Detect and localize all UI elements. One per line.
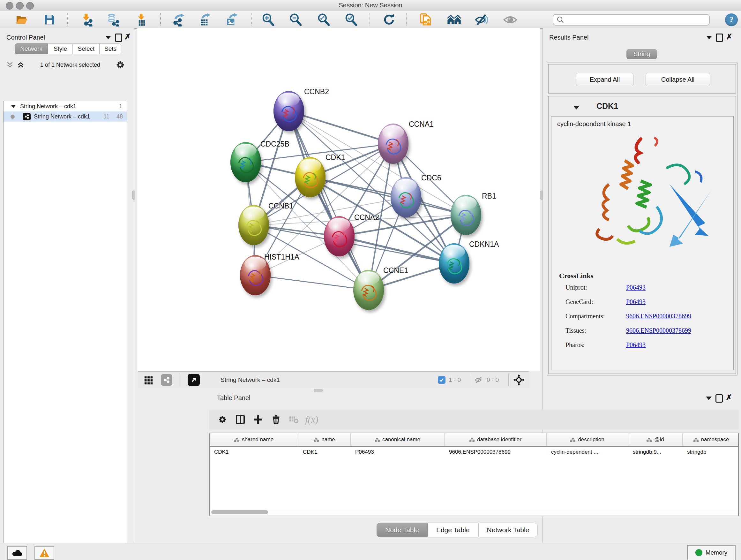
node-RB1[interactable]	[451, 195, 481, 235]
control-panel-float-icon[interactable]	[115, 34, 122, 42]
delete-table-button[interactable]	[285, 411, 303, 428]
left-splitter-handle[interactable]	[132, 191, 135, 199]
cloud-button[interactable]	[7, 546, 27, 560]
tab-node-table[interactable]: Node Table	[377, 523, 428, 537]
column-header--id[interactable]: @id	[628, 433, 683, 446]
save-session-button[interactable]	[42, 13, 57, 27]
column-header-shared-name[interactable]: shared name	[210, 433, 298, 446]
delete-column-button[interactable]	[267, 411, 285, 428]
table-panel-menu-icon[interactable]	[706, 396, 712, 400]
results-panel-float-icon[interactable]	[716, 34, 723, 42]
collapse-all-icon[interactable]	[6, 61, 14, 69]
network-view-mode-button[interactable]	[158, 372, 176, 388]
table-cell[interactable]: CDK1	[210, 447, 298, 458]
hide-selected-button[interactable]	[474, 13, 489, 27]
node-CCNA2[interactable]	[324, 216, 354, 256]
crosslink-link[interactable]: P06493	[626, 341, 646, 349]
table-settings-button[interactable]	[213, 411, 231, 428]
node-CCNB1[interactable]	[239, 205, 269, 245]
table-cell[interactable]: stringdb:9...	[628, 447, 683, 458]
control-panel-menu-icon[interactable]	[105, 36, 111, 39]
table-cell[interactable]: P06493	[351, 447, 445, 458]
tab-edge-table[interactable]: Edge Table	[428, 523, 478, 537]
grid-view-button[interactable]	[140, 372, 158, 388]
node-CCNE1[interactable]	[353, 270, 384, 310]
clone-network-button[interactable]	[419, 13, 433, 27]
results-panel-menu-icon[interactable]	[706, 36, 712, 39]
node-CDC25B[interactable]	[230, 142, 261, 182]
crosslink-link[interactable]: P06493	[626, 284, 646, 291]
column-header-database-identifier[interactable]: database identifier	[445, 433, 547, 446]
gear-icon[interactable]	[116, 60, 125, 70]
control-panel-close-icon[interactable]: ✗	[125, 34, 131, 40]
table-cell[interactable]: CDK1	[298, 447, 351, 458]
table-cell[interactable]: cyclin-dependent ...	[547, 447, 628, 458]
edge-HIST1H1A-CCNE1[interactable]	[255, 275, 368, 290]
birdseye-view-button[interactable]	[185, 372, 203, 388]
zoom-in-button[interactable]	[261, 13, 276, 27]
crosslink-link[interactable]: P06493	[626, 298, 646, 306]
tab-select[interactable]: Select	[73, 44, 99, 54]
export-network-button[interactable]	[171, 13, 186, 27]
expand-all-icon[interactable]	[17, 61, 25, 69]
expand-all-button[interactable]: Expand All	[576, 73, 633, 86]
selected-checkbox-icon[interactable]	[438, 376, 446, 384]
warnings-button[interactable]	[35, 546, 54, 560]
node-CCNA1[interactable]	[378, 124, 408, 164]
apply-layout-button[interactable]	[382, 13, 396, 27]
function-builder-button[interactable]: f(x)	[303, 411, 321, 428]
tab-style[interactable]: Style	[48, 44, 73, 54]
hscroll-thumb[interactable]	[211, 510, 268, 514]
tree-expander-icon[interactable]	[11, 105, 16, 108]
export-table-button[interactable]	[197, 13, 212, 27]
zoom-fit-button[interactable]	[317, 13, 331, 27]
results-panel-close-icon[interactable]: ✗	[726, 34, 732, 40]
column-header-namespace[interactable]: namespace	[683, 433, 739, 446]
network-row-selected[interactable]: String Network – cdk1 11 48	[3, 111, 127, 122]
node-CDKN1A[interactable]	[439, 243, 469, 284]
edge-CCNB2-CCNA1[interactable]	[289, 111, 393, 144]
node-CDK1[interactable]	[295, 157, 326, 197]
zoom-selected-button[interactable]	[344, 13, 359, 27]
import-network-file-button[interactable]	[79, 13, 94, 27]
help-button[interactable]: ?	[725, 13, 738, 26]
memory-button[interactable]: Memory	[687, 545, 736, 560]
gene-expander-icon[interactable]	[574, 106, 579, 110]
create-column-button[interactable]	[249, 411, 267, 428]
collapse-all-button[interactable]: Collapse All	[646, 73, 710, 86]
import-network-database-button[interactable]	[105, 13, 120, 27]
crosslink-link[interactable]: 9606.ENSP00000378699	[626, 313, 691, 320]
node-CDC6[interactable]	[391, 177, 421, 217]
open-session-button[interactable]	[14, 13, 29, 27]
crosslink-link[interactable]: 9606.ENSP00000378699	[626, 327, 691, 334]
search-input[interactable]	[564, 16, 703, 23]
table-cell[interactable]: 9606.ENSP00000378699	[445, 447, 547, 458]
table-panel-float-icon[interactable]	[716, 394, 723, 402]
show-columns-button[interactable]	[231, 411, 249, 428]
import-table-button[interactable]	[134, 13, 149, 27]
column-header-name[interactable]: name	[298, 433, 351, 446]
node-CCNB2[interactable]	[273, 91, 304, 131]
table-cell[interactable]: stringdb	[683, 447, 739, 458]
export-image-button[interactable]	[224, 13, 239, 27]
first-neighbors-button[interactable]	[447, 13, 461, 27]
table-hscrollbar[interactable]	[211, 509, 737, 515]
column-header-description[interactable]: description	[547, 433, 628, 446]
traffic-light-close[interactable]	[6, 2, 13, 10]
tab-network-table[interactable]: Network Table	[478, 523, 538, 537]
pan-crosshair-icon[interactable]	[513, 374, 525, 386]
traffic-light-minimize[interactable]	[16, 2, 23, 10]
zoom-out-button[interactable]	[288, 13, 303, 27]
table-panel-close-icon[interactable]: ✗	[726, 394, 732, 401]
edge-CDK1-RB1[interactable]	[310, 177, 466, 215]
traffic-light-zoom[interactable]	[26, 2, 34, 10]
table-row[interactable]: CDK1CDK1P064939606.ENSP00000378699cyclin…	[210, 447, 738, 458]
tab-network[interactable]: Network	[15, 44, 48, 54]
edge-CCNB2-CCNE1[interactable]	[289, 111, 368, 290]
show-all-button[interactable]	[503, 13, 518, 27]
tab-string[interactable]: String	[626, 49, 657, 59]
network-collection-row[interactable]: String Network – cdk1 1	[3, 101, 127, 111]
bottom-splitter-handle[interactable]	[314, 389, 323, 392]
tab-sets[interactable]: Sets	[99, 44, 121, 54]
column-header-canonical-name[interactable]: canonical name	[351, 433, 445, 446]
